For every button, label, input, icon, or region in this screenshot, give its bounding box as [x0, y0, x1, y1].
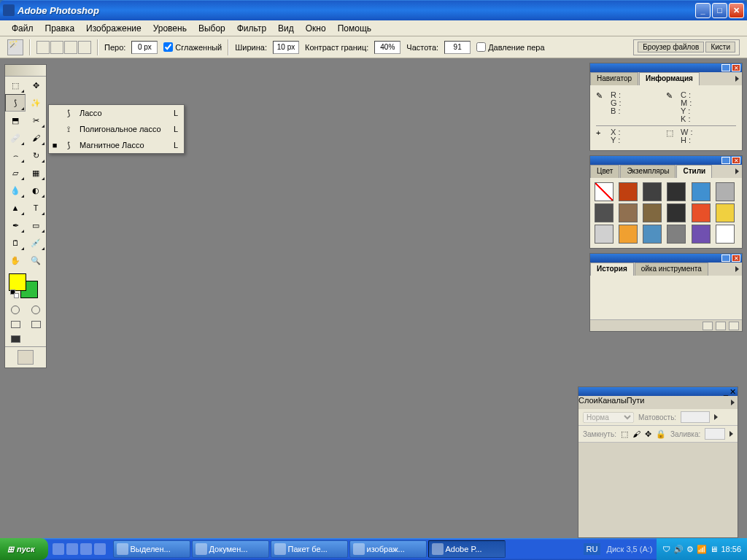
ql-icon[interactable]: [53, 543, 64, 555]
fill-input[interactable]: [705, 428, 725, 440]
new-doc-icon[interactable]: [703, 322, 713, 330]
panel-close-button[interactable]: ✕: [732, 254, 740, 262]
panel-minimize-button[interactable]: _: [721, 64, 730, 71]
tool-brush[interactable]: 🖌: [26, 129, 46, 147]
screen-standard[interactable]: [5, 317, 26, 332]
tab-info[interactable]: Информация: [639, 72, 700, 85]
ql-icon[interactable]: [80, 543, 92, 555]
opacity-input[interactable]: [681, 411, 710, 423]
clock[interactable]: 18:56: [721, 545, 741, 553]
style-swatch[interactable]: [716, 203, 735, 222]
tray-icon[interactable]: 🛡: [662, 545, 670, 553]
tool-type[interactable]: T: [26, 199, 46, 217]
ql-icon[interactable]: [94, 543, 106, 555]
panel-menu-icon[interactable]: [727, 396, 738, 409]
style-swatch[interactable]: [667, 225, 686, 244]
lock-all-icon[interactable]: 🔒: [656, 429, 666, 439]
close-button[interactable]: ✕: [729, 3, 744, 18]
tab-layers[interactable]: Слои: [578, 396, 598, 409]
menu-file[interactable]: Файл: [6, 22, 39, 35]
panel-close-button[interactable]: ✕: [729, 387, 736, 397]
menu-view[interactable]: Вид: [272, 22, 300, 35]
style-swatch[interactable]: [619, 182, 638, 201]
screen-full-menu[interactable]: [26, 317, 46, 332]
selection-add-icon[interactable]: [50, 41, 63, 54]
mode-standard[interactable]: [5, 303, 26, 317]
foreground-color[interactable]: [9, 273, 26, 291]
trash-icon[interactable]: [729, 322, 739, 330]
task-item[interactable]: Пакет бе...: [271, 540, 348, 558]
tray-icon[interactable]: 🔊: [673, 545, 684, 554]
maximize-button[interactable]: □: [712, 3, 727, 18]
lock-pixels-icon[interactable]: ⬚: [621, 429, 628, 439]
style-swatch[interactable]: [643, 225, 662, 244]
pressure-checkbox[interactable]: Давление пера: [476, 42, 544, 52]
opacity-arrow-icon[interactable]: [714, 414, 718, 420]
tray-icon[interactable]: 📶: [697, 545, 707, 554]
panel-menu-icon[interactable]: [732, 165, 742, 178]
tab-navigator[interactable]: Навигатор: [590, 72, 638, 85]
tool-path[interactable]: ▲: [5, 199, 26, 217]
style-swatch[interactable]: [643, 182, 662, 201]
tool-eraser[interactable]: ▱: [5, 164, 26, 182]
tab-swatches[interactable]: Экземпляры: [620, 165, 676, 178]
screen-full[interactable]: [5, 332, 26, 346]
menu-help[interactable]: Помощь: [332, 22, 377, 35]
new-snapshot-icon[interactable]: [716, 322, 726, 330]
style-swatch[interactable]: [692, 225, 711, 244]
style-swatch[interactable]: [643, 203, 662, 222]
frequency-input[interactable]: [444, 41, 471, 54]
tool-history-brush[interactable]: ↻: [26, 147, 46, 164]
style-swatch[interactable]: [692, 182, 711, 201]
tool-move[interactable]: ✥: [26, 77, 46, 94]
task-item[interactable]: изображ...: [349, 540, 427, 558]
flyout-magnetic-lasso[interactable]: ■ ⟆ Магнитное Лассо L: [49, 137, 184, 153]
default-colors-icon[interactable]: [10, 289, 19, 298]
tab-paths[interactable]: Пути: [627, 396, 645, 409]
style-swatch[interactable]: [619, 225, 638, 244]
panel-minimize-button[interactable]: _: [721, 254, 730, 262]
blend-mode-select[interactable]: Норма: [583, 412, 634, 423]
tray-icon[interactable]: 🖥: [710, 545, 718, 553]
menu-window[interactable]: Окно: [300, 22, 332, 35]
language-indicator[interactable]: RU: [584, 543, 601, 555]
tab-styles[interactable]: Стили: [676, 165, 712, 178]
style-swatch[interactable]: [595, 182, 614, 201]
fill-arrow-icon[interactable]: [729, 431, 733, 437]
menu-edit[interactable]: Правка: [39, 22, 81, 35]
well-tab-filebrowser[interactable]: Броузер файлов: [638, 42, 704, 52]
style-swatch[interactable]: [667, 203, 686, 222]
ql-icon[interactable]: [66, 543, 78, 555]
tab-channels[interactable]: Каналы: [598, 396, 627, 409]
tray-icon[interactable]: ⚙: [686, 545, 694, 554]
tool-stamp[interactable]: ⌢: [5, 147, 26, 164]
toolbox-header[interactable]: [5, 65, 46, 77]
task-item[interactable]: Выделен...: [113, 540, 190, 558]
tool-crop[interactable]: ⬒: [5, 112, 26, 129]
tool-marquee[interactable]: ⬚: [5, 77, 26, 94]
tool-notes[interactable]: 🗒: [5, 234, 26, 252]
style-swatch[interactable]: [595, 203, 614, 222]
minimize-button[interactable]: _: [695, 3, 711, 18]
lock-move-icon[interactable]: ✥: [645, 429, 651, 439]
style-swatch[interactable]: [716, 225, 735, 244]
menu-filter[interactable]: Фильтр: [231, 22, 272, 35]
feather-input[interactable]: [131, 41, 158, 54]
menu-layer[interactable]: Уровень: [147, 22, 193, 35]
tab-color[interactable]: Цвет: [590, 165, 619, 178]
tool-blur[interactable]: 💧: [5, 182, 26, 199]
style-swatch[interactable]: [667, 182, 686, 201]
jump-imageready-icon[interactable]: [18, 350, 34, 365]
panel-menu-icon[interactable]: [732, 262, 742, 276]
mode-quickmask[interactable]: [26, 303, 46, 317]
lock-paint-icon[interactable]: 🖌: [632, 429, 640, 438]
selection-new-icon[interactable]: [36, 41, 50, 54]
tool-pen[interactable]: ✒: [5, 217, 26, 234]
contrast-input[interactable]: [374, 41, 400, 54]
menu-image[interactable]: Изображение: [80, 22, 147, 35]
tool-lasso[interactable]: ⟆: [5, 94, 26, 112]
tool-zoom[interactable]: 🔍: [26, 252, 46, 269]
flyout-poly-lasso[interactable]: ⟟ Полигональное лассо L: [49, 121, 184, 137]
selection-intersect-icon[interactable]: [78, 41, 91, 54]
tool-heal[interactable]: 🩹: [5, 129, 26, 147]
